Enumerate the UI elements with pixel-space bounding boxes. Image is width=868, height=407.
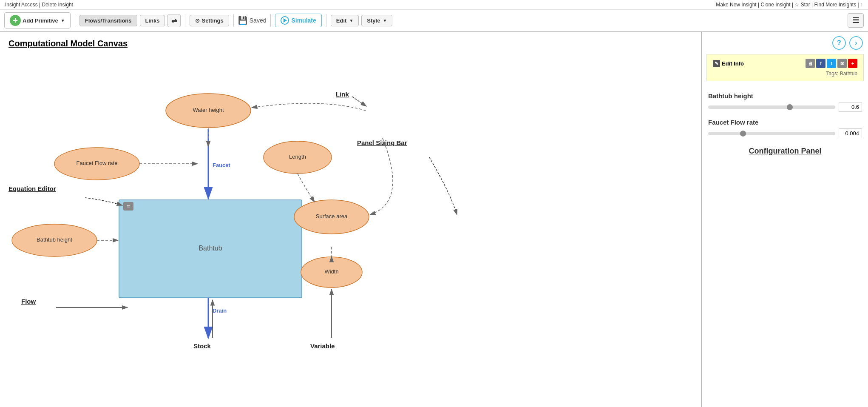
edit-button[interactable]: Edit ▼: [331, 15, 359, 26]
panel-top: ? ›: [702, 32, 868, 54]
simulate-icon: [281, 16, 289, 25]
clone-insight-link[interactable]: Clone Insight: [758, 2, 791, 8]
faucet-flow-rate-slider-row: [708, 128, 862, 138]
bathtub-height-slider-row: [708, 102, 862, 112]
faucet-text-label: Faucet: [213, 162, 231, 168]
bathtub-height-label: Bathtub height: [37, 236, 72, 243]
info-top: ✎ Edit Info 🖨 f t ✉ +: [713, 59, 857, 68]
hamburger-button[interactable]: ☰: [848, 13, 864, 28]
surface-area-label: Surface area: [316, 213, 348, 219]
width-label: Width: [324, 268, 338, 275]
links-button[interactable]: Links: [140, 15, 165, 26]
facebook-button[interactable]: f: [816, 59, 825, 68]
add-primitive-label: Add Primitive: [23, 17, 58, 24]
tags-line: Tags: Bathtub: [713, 71, 857, 77]
transfer-icon-button[interactable]: ⇌: [167, 14, 181, 27]
style-dropdown-arrow: ▼: [383, 18, 387, 23]
water-height-label: Water height: [193, 107, 224, 113]
top-links-left: Insight Access Delete Insight: [5, 2, 73, 8]
toolbar-separator-5: [326, 14, 326, 27]
add-plus-icon: +: [10, 15, 21, 26]
edit-label: Edit: [336, 17, 347, 24]
faucet-flow-rate-value[interactable]: [839, 128, 862, 138]
twitter-button[interactable]: t: [827, 59, 836, 68]
style-label: Style: [367, 17, 380, 24]
insight-access-link[interactable]: Insight Access: [5, 2, 38, 8]
flow-label: Flow: [21, 298, 36, 305]
settings-button[interactable]: ⊙ Settings: [190, 15, 229, 26]
flows-transitions-button[interactable]: Flows/Transitions: [79, 15, 137, 26]
drain-text-label: Drain: [213, 307, 227, 314]
toolbar-separator-1: [75, 14, 75, 27]
faucet-flow-rate-slider-thumb[interactable]: [740, 131, 746, 137]
email-button[interactable]: ✉: [837, 59, 847, 68]
link-label-arrow: [352, 97, 366, 106]
find-more-insights-link[interactable]: Find More Insights: [811, 2, 856, 8]
simulate-play-icon: [284, 18, 287, 23]
up-link[interactable]: ↑: [858, 2, 863, 8]
equation-editor-label: Equation Editor: [9, 185, 56, 192]
saved-indicator: 💾 Saved: [238, 16, 267, 25]
length-label: Length: [289, 154, 306, 160]
transfer-icon: ⇌: [171, 17, 177, 25]
link-arrow: [252, 103, 366, 111]
links-label: Links: [145, 17, 160, 24]
info-section: ✎ Edit Info 🖨 f t ✉ + Tags: Bathtub: [706, 54, 864, 81]
panel-sizing-curve: [370, 138, 393, 215]
link-label: Link: [336, 91, 349, 98]
faucet-flow-rate-config-label: Faucet Flow rate: [708, 119, 862, 126]
bathtub-height-config-label: Bathtub height: [708, 92, 862, 100]
panel-sizing-bar-label: Panel Sizing Bar: [357, 139, 407, 146]
right-panel: ? › ✎ Edit Info 🖨 f t ✉ + Tags: B: [702, 32, 868, 407]
variable-label: Variable: [310, 342, 335, 350]
settings-label: Settings: [201, 17, 223, 24]
toolbar-separator-4: [270, 14, 271, 27]
equation-editor-arrow: [85, 198, 122, 205]
panel-sizing-bar-arrow: [429, 157, 457, 215]
simulate-button[interactable]: Simulate: [275, 14, 321, 27]
bathtub-height-slider-track[interactable]: [708, 105, 835, 109]
top-links-right: Make New Insight Clone Insight ☆ Star Fi…: [716, 2, 863, 8]
settings-icon: ⊙: [195, 17, 200, 24]
make-new-insight-link[interactable]: Make New Insight: [716, 2, 756, 8]
add-primitive-dropdown-arrow: ▼: [61, 18, 65, 23]
bathtub-height-slider-thumb[interactable]: [787, 104, 793, 110]
diagram-svg: Bathtub = Water height Faucet Flow rate …: [0, 32, 701, 407]
bathtub-height-value[interactable]: [839, 102, 862, 112]
bathtub-stock-label: Bathtub: [199, 245, 222, 252]
plus-button[interactable]: +: [848, 59, 857, 68]
faucet-flow-rate-label: Faucet Flow rate: [77, 160, 118, 166]
save-icon: 💾: [238, 16, 247, 25]
social-icons: 🖨 f t ✉ +: [806, 59, 857, 68]
next-button[interactable]: ›: [849, 36, 863, 50]
edit-info-label: Edit Info: [722, 60, 744, 67]
help-button[interactable]: ?: [832, 36, 846, 50]
delete-insight-link[interactable]: Delete Insight: [39, 2, 73, 8]
toolbar-separator-2: [185, 14, 185, 27]
canvas[interactable]: Computational Model Canvas Bathtub =: [0, 32, 702, 407]
edit-info-icon: ✎: [713, 60, 720, 67]
simulate-label: Simulate: [291, 17, 316, 24]
toolbar: + Add Primitive ▼ Flows/Transitions Link…: [0, 10, 868, 32]
saved-label: Saved: [250, 17, 267, 24]
flows-transitions-label: Flows/Transitions: [85, 17, 132, 24]
config-panel: Bathtub height Faucet Flow rate Configur…: [702, 86, 868, 407]
main-area: Computational Model Canvas Bathtub =: [0, 32, 868, 407]
top-links: Insight Access Delete Insight Make New I…: [0, 0, 868, 10]
edit-dropdown-arrow: ▼: [349, 18, 353, 23]
add-primitive-button[interactable]: + Add Primitive ▼: [4, 12, 71, 28]
length-surface-arrow: [298, 174, 315, 202]
print-button[interactable]: 🖨: [806, 59, 815, 68]
edit-info-button[interactable]: ✎ Edit Info: [713, 60, 744, 67]
configuration-panel-label: Configuration Panel: [708, 147, 862, 156]
faucet-flow-rate-slider-track[interactable]: [708, 132, 835, 135]
equation-editor-icon-text: =: [127, 203, 130, 209]
style-button[interactable]: Style ▼: [361, 15, 392, 26]
toolbar-separator-3: [233, 14, 234, 27]
stock-label: Stock: [193, 342, 211, 350]
star-link[interactable]: ☆ Star: [792, 2, 810, 8]
